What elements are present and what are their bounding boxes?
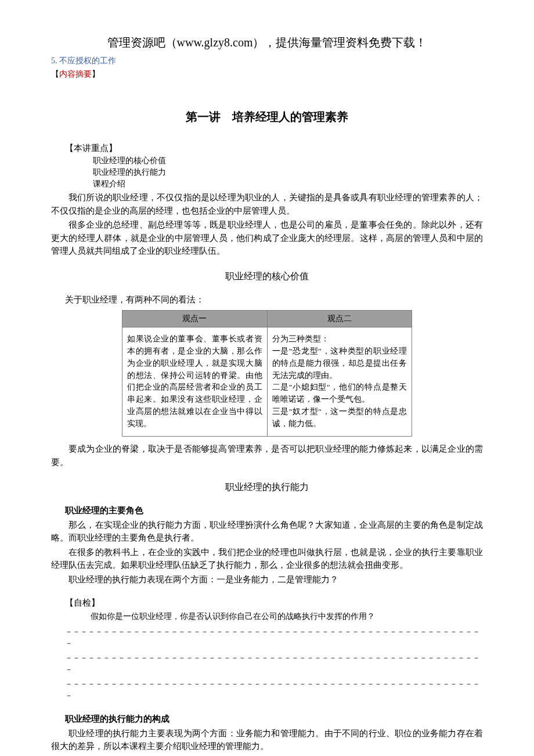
body-paragraph: 那么，在实现企业的执行能力方面，职业经理扮演什么角色呢？大家知道，企业高层的主要… [51,519,483,545]
table-cell: 如果说企业的董事会、董事长或者资本的拥有者，是企业的大脑，那么作为企业的职业经理… [122,327,268,436]
section-title: 职业经理的执行能力 [51,480,483,494]
keypoint-item: 课程介绍 [93,178,483,190]
toc-link[interactable]: 5. 不应授权的工作 [51,55,483,67]
sub-heading: 职业经理的执行能力的构成 [65,712,483,726]
document-page: 管理资源吧（www.glzy8.com），提供海量管理资料免费下载！ 5. 不应… [0,0,534,756]
tag-text: 内容摘要 [59,70,92,78]
keypoint-item: 职业经理的执行能力 [93,167,483,178]
lecture-title: 第一讲 培养经理人的管理素养 [51,108,483,125]
keypoints-list: 职业经理的核心价值 职业经理的执行能力 课程介绍 [93,155,483,190]
body-paragraph: 要成为企业的脊梁，取决于是否能够提高管理素养，是否可以把职业经理的能力修炼起来，… [51,442,483,469]
table-row: 如果说企业的董事会、董事长或者资本的拥有者，是企业的大脑，那么作为企业的职业经理… [122,327,412,436]
sub-heading: 职业经理的主要角色 [65,504,483,517]
blank-line: －－－－－－－－－－－－－－－－－－－－－－－－－－－－－－－－－－－－－－－－… [65,652,483,675]
blank-line: －－－－－－－－－－－－－－－－－－－－－－－－－－－－－－－－－－－－－－－－… [65,678,483,701]
self-check-body: 假如你是一位职业经理，你是否认识到你自己在公司的战略执行中发挥的作用？ [91,611,483,622]
body-paragraph: 在很多的教科书上，在企业的实践中，我们把企业的经理也叫做执行层，也就是说，企业的… [51,546,483,572]
keypoints-label: 【本讲重点】 [65,142,483,155]
table-header-row: 观点一 观点二 [122,310,412,327]
body-paragraph: 职业经理的执行能力主要表现为两个方面：业务能力和管理能力。由于不同的行业、职位的… [51,727,483,753]
page-header: 管理资源吧（www.glzy8.com），提供海量管理资料免费下载！ [51,34,483,51]
viewpoints-table: 观点一 观点二 如果说企业的董事会、董事长或者资本的拥有者，是企业的大脑，那么作… [122,310,412,437]
bracket-open: 【 [51,70,59,78]
content-summary-tag: 【内容摘要】 [51,68,483,80]
body-paragraph: 很多企业的总经理、副总经理等等，既是职业经理人，也是公司的雇员，是董事会任免的。… [51,218,483,258]
section-intro: 关于职业经理，有两种不同的看法： [65,293,483,307]
bracket-close: 】 [92,70,100,78]
self-check-label: 【自检】 [65,596,483,610]
blank-line: －－－－－－－－－－－－－－－－－－－－－－－－－－－－－－－－－－－－－－－－… [65,626,483,649]
table-header-cell: 观点二 [267,310,412,327]
section-title: 职业经理的核心价值 [51,269,483,283]
keypoint-item: 职业经理的核心价值 [93,155,483,167]
body-paragraph: 职业经理的执行能力表现在两个方面：一是业务能力，二是管理能力？ [51,573,483,586]
table-cell: 分为三种类型： 一是"恐龙型"，这种类型的职业经理的特点是能力很强，却总是提出任… [267,327,412,436]
body-paragraph: 我们所说的职业经理，不仅仅指的是以经理为职业的人，关键指的是具备或具有职业经理的… [51,191,483,217]
table-header-cell: 观点一 [122,310,268,327]
